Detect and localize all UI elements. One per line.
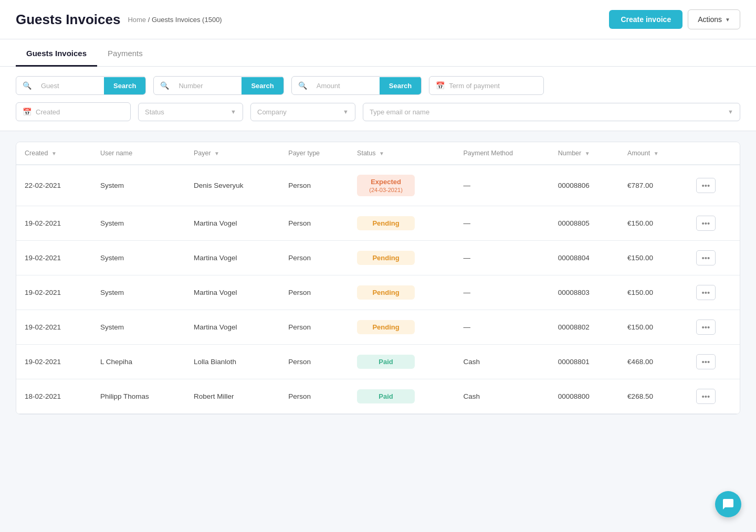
cell-payment-method: — <box>455 241 549 275</box>
status-sort-icon: ▼ <box>379 151 384 156</box>
status-select[interactable]: Status <box>145 108 226 116</box>
row-actions-button[interactable]: ••• <box>696 216 716 231</box>
cell-row-actions: ••• <box>688 241 740 275</box>
ellipsis-icon: ••• <box>702 357 710 366</box>
status-badge: Expected (24-03-2021) <box>357 175 415 196</box>
cell-user-name: System <box>92 165 185 206</box>
number-input[interactable] <box>173 77 242 94</box>
company-filter-group[interactable]: Company ▼ <box>250 103 355 121</box>
status-chevron-icon: ▼ <box>230 109 236 115</box>
cell-number: 00008800 <box>550 379 619 414</box>
table-row: 22-02-2021 System Denis Severyuk Person … <box>16 165 740 206</box>
cell-payment-method: — <box>455 275 549 310</box>
created-input[interactable] <box>36 108 124 116</box>
cell-payment-method: — <box>455 206 549 241</box>
cell-payer: Robert Miller <box>185 379 280 414</box>
col-amount[interactable]: Amount ▼ <box>619 142 687 165</box>
cell-status: Pending <box>349 241 455 275</box>
guest-input[interactable] <box>36 77 104 94</box>
number-search-button[interactable]: Search <box>242 77 283 94</box>
breadcrumb-home[interactable]: Home <box>128 16 146 24</box>
company-select[interactable]: Company <box>257 108 339 116</box>
row-actions-button[interactable]: ••• <box>696 285 716 300</box>
ellipsis-icon: ••• <box>702 392 710 401</box>
cell-created: 19-02-2021 <box>16 206 92 241</box>
row-actions-button[interactable]: ••• <box>696 178 716 193</box>
tab-payments[interactable]: Payments <box>97 39 153 67</box>
cell-amount: €787.00 <box>619 165 687 206</box>
row-actions-button[interactable]: ••• <box>696 250 716 265</box>
table-row: 19-02-2021 System Martina Vogel Person P… <box>16 275 740 310</box>
amount-search-icon: 🔍 <box>292 77 311 94</box>
amount-input[interactable] <box>311 77 380 94</box>
cell-user-name: L Chepiha <box>92 345 185 379</box>
cell-payer-type: Person <box>280 345 349 379</box>
col-status[interactable]: Status ▼ <box>349 142 455 165</box>
cell-status: Paid <box>349 379 455 414</box>
cell-number: 00008806 <box>550 165 619 206</box>
cell-amount: €150.00 <box>619 241 687 275</box>
cell-created: 19-02-2021 <box>16 345 92 379</box>
cell-created: 19-02-2021 <box>16 275 92 310</box>
cell-number: 00008805 <box>550 206 619 241</box>
term-input[interactable] <box>449 82 537 90</box>
breadcrumb: Home / Guests Invoices (1500) <box>128 16 222 24</box>
cell-user-name: Philipp Thomas <box>92 379 185 414</box>
cell-created: 19-02-2021 <box>16 310 92 345</box>
guest-search-button[interactable]: Search <box>104 77 145 94</box>
invoices-table: Created ▼ User name Payer ▼ Payer type S… <box>16 142 740 414</box>
cell-row-actions: ••• <box>688 345 740 379</box>
payer-sort-icon: ▼ <box>214 151 219 156</box>
row-actions-button[interactable]: ••• <box>696 320 716 335</box>
invoices-table-container: Created ▼ User name Payer ▼ Payer type S… <box>16 142 740 414</box>
cell-amount: €268.50 <box>619 379 687 414</box>
ellipsis-icon: ••• <box>702 253 710 262</box>
table-row: 19-02-2021 System Martina Vogel Person P… <box>16 206 740 241</box>
cell-user-name: System <box>92 206 185 241</box>
cell-payer: Martina Vogel <box>185 310 280 345</box>
amount-sort-icon: ▼ <box>654 151 659 156</box>
email-filter-group: ▼ <box>363 103 740 121</box>
cell-payment-method: — <box>455 165 549 206</box>
status-badge: Pending <box>357 320 415 334</box>
cell-amount: €468.00 <box>619 345 687 379</box>
table-body: 22-02-2021 System Denis Severyuk Person … <box>16 165 740 414</box>
number-sort-icon: ▼ <box>585 151 590 156</box>
created-filter-group: 📅 <box>16 102 131 121</box>
cell-payer-type: Person <box>280 275 349 310</box>
email-input[interactable] <box>370 108 723 116</box>
create-invoice-button[interactable]: Create invoice <box>609 10 682 29</box>
col-payer-type: Payer type <box>280 142 349 165</box>
status-badge: Pending <box>357 285 415 300</box>
col-created[interactable]: Created ▼ <box>16 142 92 165</box>
col-payer[interactable]: Payer ▼ <box>185 142 280 165</box>
cell-amount: €150.00 <box>619 275 687 310</box>
cell-row-actions: ••• <box>688 379 740 414</box>
tabs-container: Guests Invoices Payments <box>0 39 756 67</box>
cell-payment-method: Cash <box>455 345 549 379</box>
header-left: Guests Invoices Home / Guests Invoices (… <box>16 12 222 28</box>
amount-search-button[interactable]: Search <box>380 77 421 94</box>
tab-guests-invoices[interactable]: Guests Invoices <box>16 39 97 67</box>
cell-number: 00008802 <box>550 310 619 345</box>
cell-payer: Denis Severyuk <box>185 165 280 206</box>
row-actions-button[interactable]: ••• <box>696 354 716 369</box>
guest-search-icon: 🔍 <box>16 77 36 94</box>
row-actions-button[interactable]: ••• <box>696 389 716 404</box>
breadcrumb-current: Guests Invoices (1500) <box>152 16 222 24</box>
cell-payer: Martina Vogel <box>185 241 280 275</box>
actions-chevron-icon: ▼ <box>725 17 730 23</box>
cell-amount: €150.00 <box>619 310 687 345</box>
email-chevron-icon: ▼ <box>728 109 733 115</box>
cell-payer-type: Person <box>280 206 349 241</box>
ellipsis-icon: ••• <box>702 219 710 228</box>
actions-button[interactable]: Actions ▼ <box>688 9 740 29</box>
status-filter-group[interactable]: Status ▼ <box>138 103 243 121</box>
cell-created: 22-02-2021 <box>16 165 92 206</box>
status-badge: Pending <box>357 216 415 230</box>
page-header: Guests Invoices Home / Guests Invoices (… <box>0 0 756 39</box>
col-number[interactable]: Number ▼ <box>550 142 619 165</box>
cell-status: Pending <box>349 310 455 345</box>
filter-row-2: 📅 Status ▼ Company ▼ ▼ <box>16 102 740 121</box>
col-actions-empty <box>688 142 740 165</box>
